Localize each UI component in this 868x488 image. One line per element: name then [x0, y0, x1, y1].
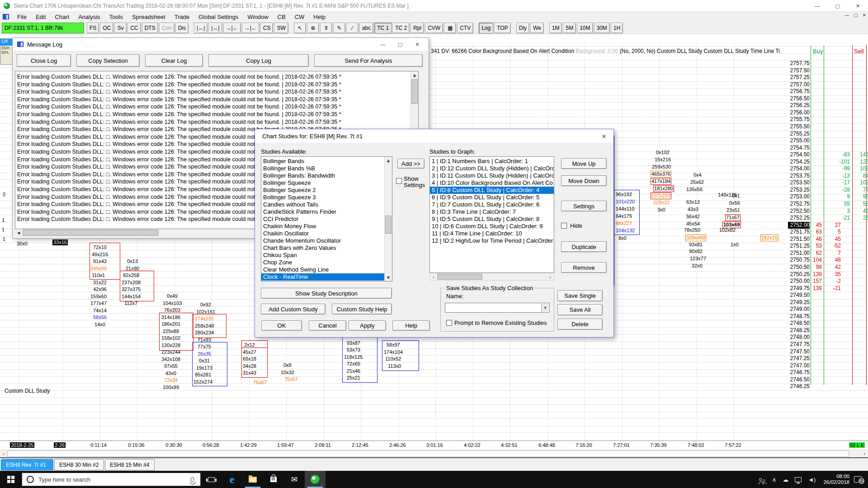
scroll-thumb[interactable]	[437, 274, 482, 280]
scroll-right-icon[interactable]: ›	[547, 273, 554, 281]
graph-list-item[interactable]: 2 | ID:12 Custom DLL Study (Hidden) | Ca…	[430, 165, 554, 172]
duplicate-button[interactable]: Duplicate	[561, 241, 607, 252]
toolbar-button-1m[interactable]: 1M	[549, 23, 562, 33]
menu-cb[interactable]: CB	[273, 12, 290, 22]
tray-chevron-up-icon[interactable]: ∧	[769, 471, 780, 488]
study-list-item[interactable]: Clock - RealTime	[261, 273, 392, 281]
toolbar-button-top[interactable]: TOP	[494, 23, 510, 33]
study-list-item[interactable]: CandleStick Patterns Finder	[261, 208, 392, 216]
clock[interactable]: 08:00 26/02/2018	[819, 474, 854, 485]
chart-tab[interactable]: ESH8 Rev. 7t #1	[1, 459, 53, 470]
study-list-item[interactable]: Bollinger Squeeze 2	[261, 187, 392, 194]
task-view-icon[interactable]	[201, 471, 222, 488]
scroll-left-icon[interactable]: ◄	[15, 229, 22, 236]
copy-log-button[interactable]: Copy Log	[208, 54, 309, 67]
toolbar-button-dis[interactable]: Dis	[175, 23, 189, 33]
dialog-titlebar[interactable]: Chart Studies for: ESH8 [M] Rev. 7t #1	[255, 129, 613, 143]
graph-list-item[interactable]: 4 | ID:10 Color Background Based On Aler…	[430, 179, 554, 187]
toolbar-button-cc[interactable]: CC	[127, 23, 141, 33]
scroll-up-icon[interactable]: ▲	[411, 71, 418, 79]
save-single-button[interactable]: Save Single	[557, 290, 603, 301]
chart-tab[interactable]: ESH8 30 Min #2	[54, 459, 104, 470]
graph-list-item[interactable]: 3 | ID:11 Custom DLL Study (Hidden) | Ca…	[430, 172, 554, 179]
collection-name-combobox[interactable]: ▼	[445, 303, 550, 313]
scroll-left-icon[interactable]: ‹	[430, 273, 437, 281]
toolbar-button-cvw[interactable]: CVW	[425, 23, 443, 33]
send-for-analysis-button[interactable]: Send For Analysis	[314, 54, 423, 67]
graph-list-item[interactable]: 7 | ID:7 Custom DLL Study | CalcOrder: 6	[430, 201, 554, 208]
dropdown-icon[interactable]: ▼	[541, 304, 549, 312]
edge-icon[interactable]: e	[222, 471, 242, 488]
study-list-item[interactable]: Bollinger Squeeze 3	[261, 194, 392, 201]
toolbar-button-5m[interactable]: 5M	[563, 23, 576, 33]
toolbar-button-we[interactable]: We	[530, 23, 544, 33]
delete-button[interactable]: Delete	[557, 319, 603, 330]
message-log-maximize-icon[interactable]: ▢	[392, 39, 409, 50]
copy-selection-button[interactable]: Copy Selection	[76, 54, 140, 67]
toolbar-button-rpl[interactable]: Rpl	[410, 23, 424, 33]
graph-list-item[interactable]: 10 | ID:6 Custom DLL Study | CalcOrder: …	[430, 223, 554, 230]
graph-list-item[interactable]: 1 | ID:1 Numbers Bars | CalcOrder: 1	[430, 158, 554, 165]
graph-list-item[interactable]: 6 | ID:9 Custom DLL Study | CalcOrder: 5	[430, 194, 554, 201]
store-icon[interactable]	[263, 471, 284, 488]
scroll-thumb[interactable]	[385, 216, 392, 234]
message-log-minimize-icon[interactable]: —	[374, 39, 392, 50]
compress-scale-icon[interactable]: →|←	[223, 23, 241, 33]
scroll-down-icon[interactable]: ▼	[385, 274, 392, 281]
study-list-item[interactable]: Chart Bars with Zero Values	[261, 244, 392, 252]
scroll-thumb[interactable]	[23, 230, 158, 236]
studies-available-scrollbar[interactable]: ▲ ▼	[384, 157, 392, 281]
toolbar-button-dts[interactable]: DTS	[142, 23, 158, 33]
move-up-button[interactable]: Move Up	[561, 158, 607, 169]
menu-spreadsheet[interactable]: Spreadsheet	[127, 12, 170, 22]
scroll-thumb[interactable]	[411, 79, 418, 104]
apply-button[interactable]: Apply	[349, 320, 386, 331]
dialog-close-icon[interactable]: ✕	[599, 132, 609, 141]
scroll-thumb[interactable]	[7, 450, 849, 457]
maximize-icon[interactable]: ▢	[827, 0, 848, 12]
study-list-item[interactable]: Chande Momentum Oscillator	[261, 237, 392, 244]
toolbar-button-cs[interactable]: CS	[260, 23, 274, 33]
graph-list-item[interactable]: 9 | ID:5 Custom DLL Study | CalcOrder: 8	[430, 216, 554, 223]
save-all-button[interactable]: Save All	[557, 304, 603, 315]
scroll-left-icon[interactable]: ‹	[0, 450, 7, 457]
graph-list-item[interactable]: 11 | ID:4 Time Line | CalcOrder: 10	[430, 230, 554, 237]
study-list-item[interactable]: Candles without Tails	[261, 201, 392, 208]
log-entry[interactable]: Error loading Custom Studies DLL: □. Win…	[17, 73, 418, 81]
custom-study-help-button[interactable]: Custom Study Help	[332, 304, 392, 314]
menu-window[interactable]: Window	[243, 12, 273, 22]
close-icon[interactable]: ✕	[848, 0, 868, 12]
studies-to-graph-hscrollbar[interactable]: ‹ ›	[429, 273, 554, 281]
menu-help[interactable]: Help	[309, 12, 330, 22]
pen-tool-icon[interactable]: ✎	[333, 23, 345, 33]
menu-chart[interactable]: Chart	[50, 12, 74, 22]
settings-button[interactable]: Settings	[561, 201, 607, 211]
log-entry[interactable]: Error loading Custom Studies DLL: □. Win…	[17, 103, 418, 111]
menu-analysis[interactable]: Analysis	[74, 12, 104, 22]
log-entry[interactable]: Error loading Custom Studies DLL: □. Win…	[17, 118, 418, 126]
study-list-item[interactable]: Color Background Based On Alert Conditio…	[261, 281, 392, 282]
log-entry[interactable]: Error loading Custom Studies DLL: □. Win…	[17, 111, 418, 118]
add-study-button[interactable]: Add >>	[397, 159, 425, 169]
study-list-item[interactable]: CCI Predictor	[261, 216, 392, 223]
search-input[interactable]: Type here to search	[38, 476, 191, 483]
study-list-item[interactable]: Chaikin Money Flow	[261, 223, 392, 230]
toolbar-button-10m[interactable]: 10M	[577, 23, 593, 33]
start-button[interactable]	[0, 471, 22, 488]
graph-list-item[interactable]: 8 | ID:3 Time Line | CalcOrder: 7	[430, 208, 554, 216]
chart-document-icon[interactable]	[3, 14, 9, 19]
clear-log-button[interactable]: Clear Log	[145, 54, 203, 67]
toolbar-button-1h[interactable]: 1H	[611, 23, 623, 33]
scroll-up-icon[interactable]: ▲	[385, 157, 392, 164]
remove-button[interactable]: Remove	[561, 262, 607, 273]
cancel-button[interactable]: Cancel	[309, 320, 346, 331]
menu-global-settings[interactable]: Global Settings	[194, 12, 243, 22]
bar-spacing-increase-icon[interactable]: |↔|	[208, 23, 222, 33]
toolbar-button-30m[interactable]: 30M	[594, 23, 610, 33]
bar-spacing-decrease-icon[interactable]: |↔|	[194, 23, 208, 33]
move-down-button[interactable]: Move Down	[561, 175, 607, 186]
toolbar-button-abc[interactable]: abc	[359, 23, 373, 33]
menu-cw[interactable]: CW	[290, 12, 309, 22]
study-list-item[interactable]: Bollinger Bands: Bandwidth	[261, 172, 392, 179]
menu-tools[interactable]: Tools	[105, 12, 127, 22]
